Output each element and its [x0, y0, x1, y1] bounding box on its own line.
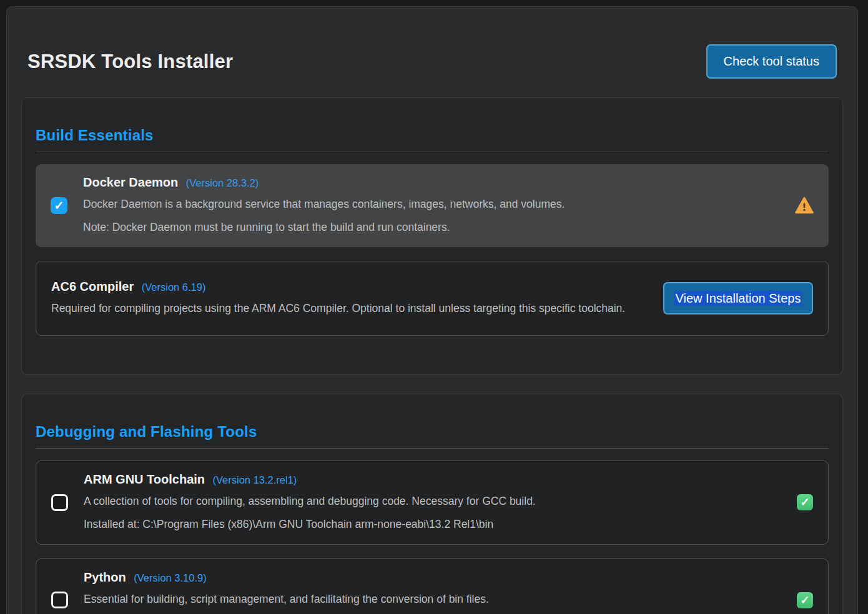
success-check-icon: [797, 592, 813, 608]
tool-description: Required for compiling projects using th…: [51, 301, 651, 316]
view-installation-steps-button[interactable]: View Installation Steps: [663, 282, 813, 314]
installer-panel: SRSDK Tools Installer Check tool status …: [6, 6, 858, 614]
tool-description: Essential for building, script managemen…: [84, 592, 769, 607]
checkbox-column: [51, 494, 84, 511]
checkbox-column: [51, 197, 83, 214]
tool-row-python: Python (Version 3.10.9) Essential for bu…: [36, 558, 829, 614]
tool-row-ac6-compiler: AC6 Compiler (Version 6.19) Required for…: [36, 261, 829, 336]
tool-name: AC6 Compiler: [51, 280, 134, 293]
warning-icon: [795, 197, 814, 214]
section-heading: Debugging and Flashing Tools: [36, 423, 829, 441]
docker-daemon-checkbox[interactable]: [51, 197, 67, 214]
tool-note: Note: Docker Daemon must be running to s…: [83, 220, 770, 235]
tool-row-docker-daemon: Docker Daemon (Version 28.3.2) Docker Da…: [36, 164, 829, 247]
tool-installed-path: Installed at: C:\Program Files (x86)\Arm…: [84, 517, 769, 532]
tool-version: (Version 3.10.9): [134, 572, 206, 583]
section-divider: [36, 152, 829, 152]
section-debugging-flashing-tools: Debugging and Flashing Tools ARM GNU Too…: [21, 394, 843, 614]
button-label-selected-text: View Installation Steps: [674, 291, 802, 306]
tool-info: AC6 Compiler (Version 6.19) Required for…: [51, 280, 651, 316]
python-checkbox[interactable]: [51, 592, 68, 608]
page-title: SRSDK Tools Installer: [27, 51, 233, 73]
header: SRSDK Tools Installer Check tool status: [21, 44, 843, 79]
tool-version: (Version 28.3.2): [186, 177, 259, 188]
checkbox-column: [51, 592, 84, 608]
tool-version: (Version 6.19): [142, 281, 206, 293]
tool-version: (Version 13.2.rel1): [213, 474, 297, 485]
tool-name: ARM GNU Toolchain: [84, 472, 205, 486]
success-check-icon: [797, 494, 813, 510]
tool-name: Python: [84, 570, 126, 584]
section-divider: [36, 448, 829, 449]
tool-info: Docker Daemon (Version 28.3.2) Docker Da…: [83, 175, 770, 236]
section-build-essentials: Build Essentials Docker Daemon (Version …: [21, 97, 843, 375]
tool-row-arm-gnu-toolchain: ARM GNU Toolchain (Version 13.2.rel1) A …: [36, 460, 829, 545]
tool-info: ARM GNU Toolchain (Version 13.2.rel1) A …: [84, 472, 769, 533]
section-heading: Build Essentials: [36, 127, 829, 144]
tool-description: A collection of tools for compiling, ass…: [84, 494, 769, 509]
tool-description: Docker Daemon is a background service th…: [83, 197, 770, 212]
tool-info: Python (Version 3.10.9) Essential for bu…: [84, 570, 769, 614]
check-tool-status-button[interactable]: Check tool status: [706, 44, 837, 79]
arm-gnu-toolchain-checkbox[interactable]: [51, 494, 68, 511]
tool-name: Docker Daemon: [83, 175, 178, 189]
